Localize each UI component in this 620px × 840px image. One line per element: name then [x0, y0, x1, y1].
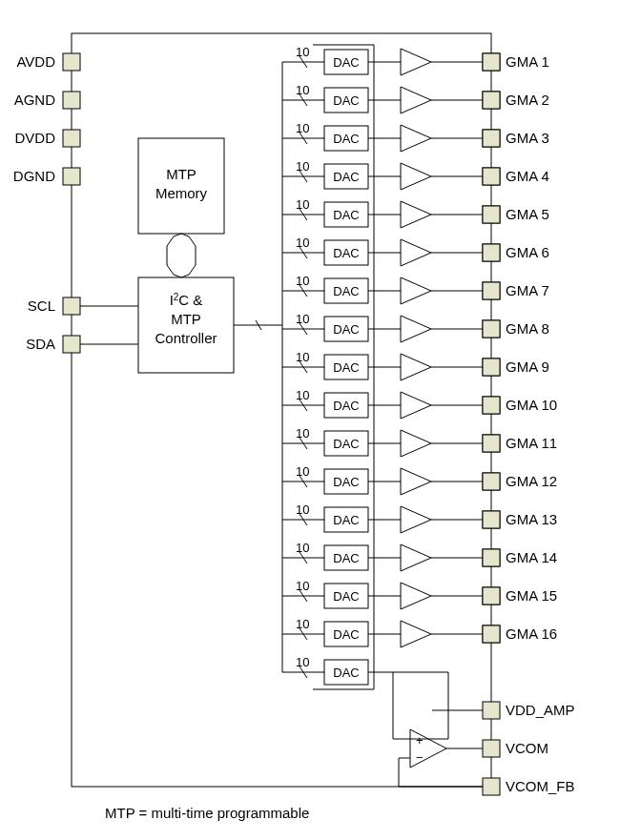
bus-width-label: 10: [296, 197, 309, 212]
buffer-amp-7: [401, 277, 431, 304]
pin-gma12: [483, 473, 500, 490]
svg-rect-3: [63, 168, 80, 185]
bus-width-label: 10: [296, 464, 309, 479]
bus-width-label: 10: [296, 426, 309, 440]
pin-label-dgnd: DGND: [13, 168, 55, 184]
pin-label-vcom_fb: VCOM_FB: [506, 778, 575, 794]
buffer-amp-2: [401, 87, 431, 113]
dac-channel-13: 10DAC: [282, 502, 500, 533]
svg-rect-6: [63, 336, 80, 353]
dac-channel-9: 10DAC: [282, 350, 500, 380]
buffer-amp-3: [401, 125, 431, 152]
dac-channel-10: 10DAC: [282, 388, 500, 419]
dac-label: DAC: [333, 475, 359, 489]
buffer-amp-9: [401, 354, 431, 380]
controller-block: I2C & MTP Controller: [138, 277, 234, 373]
dac-channel-7: 10DAC: [282, 274, 500, 304]
svg-rect-0: [63, 53, 80, 71]
buffer-amp-13: [401, 506, 431, 533]
bus-width-label: 10: [296, 45, 309, 59]
buffer-amp-8: [401, 316, 431, 342]
buffer-amp-6: [401, 239, 431, 266]
dac-channel-8: 10DAC: [282, 312, 500, 342]
dac-label: DAC: [333, 170, 359, 184]
dac-channel-3: 10DAC: [282, 121, 500, 152]
buffer-amp-14: [401, 544, 431, 571]
pin-gma8: [483, 320, 500, 338]
controller-label-line2: MTP: [171, 311, 201, 327]
buffer-amp-12: [401, 468, 431, 495]
pin-label-scl: SCL: [28, 297, 55, 314]
dac-label: DAC: [333, 551, 359, 565]
bus-width-label: 10: [296, 274, 309, 288]
pin-label-gma14: GMA 14: [506, 549, 557, 565]
svg-text:+: +: [416, 733, 424, 748]
pin-label-gma7: GMA 7: [506, 282, 549, 298]
buffer-amp-16: [401, 621, 431, 647]
pin-label-gma5: GMA 5: [506, 206, 549, 222]
dac-label: DAC: [333, 589, 359, 604]
bus-width-label: 10: [296, 617, 309, 631]
svg-rect-116: [483, 587, 500, 604]
buffer-amp-1: [401, 49, 431, 75]
pin-sda: [63, 336, 80, 353]
dac-channel-5: 10DAC: [282, 197, 500, 228]
svg-text:−: −: [416, 750, 424, 765]
svg-rect-39: [483, 168, 500, 185]
svg-rect-123: [483, 625, 500, 643]
pin-label-gma16: GMA 16: [506, 625, 557, 642]
pin-gma16: [483, 625, 500, 643]
buffer-amp-4: [401, 163, 431, 190]
pin-label-gma13: GMA 13: [506, 511, 557, 527]
dac-label: DAC: [333, 666, 359, 680]
bus-width-label: 10: [296, 502, 309, 517]
svg-rect-109: [483, 549, 500, 566]
block-diagram: AVDDAGNDDVDDDGNDSCLSDA MTP Memory I2C & …: [0, 0, 620, 840]
svg-rect-1: [63, 92, 80, 109]
svg-rect-18: [483, 53, 500, 71]
pin-label-dvdd: DVDD: [14, 130, 55, 146]
dac-label: DAC: [333, 246, 359, 260]
pin-label-gma1: GMA 1: [506, 53, 549, 70]
svg-rect-102: [483, 511, 500, 528]
bus-width-label: 10: [296, 121, 309, 135]
dac-channel-16: 10DAC: [282, 617, 500, 647]
footnote: MTP = multi-time programmable: [105, 805, 309, 821]
pin-gma1: [483, 53, 500, 71]
dac-channel-17: 10DAC: [282, 655, 368, 685]
bus-width-label: 10: [296, 312, 309, 326]
pin-label-gma2: GMA 2: [506, 92, 549, 108]
svg-rect-2: [63, 130, 80, 147]
dac-label: DAC: [333, 284, 359, 298]
buffer-amp-10: [401, 392, 431, 419]
pin-gma3: [483, 130, 500, 147]
svg-rect-25: [483, 92, 500, 109]
svg-rect-53: [483, 244, 500, 261]
pin-scl: [63, 297, 80, 315]
bus-width-label: 10: [296, 83, 309, 97]
svg-rect-4: [63, 297, 80, 315]
bus-width-label: 10: [296, 236, 309, 250]
dac-label: DAC: [333, 208, 359, 222]
dac-channel-4: 10DAC: [282, 159, 500, 190]
bus-width-label: 10: [296, 655, 309, 669]
pin-label-gma9: GMA 9: [506, 359, 549, 375]
mtp-memory-block: MTP Memory: [138, 138, 224, 234]
bus-width-label: 10: [296, 579, 309, 593]
pin-dgnd: [63, 168, 80, 185]
dac-label: DAC: [333, 399, 359, 413]
buffer-amp-11: [401, 430, 431, 457]
pin-label-gma6: GMA 6: [506, 244, 549, 260]
pin-avdd: [63, 53, 80, 71]
pin-label-sda: SDA: [26, 336, 55, 352]
dac-label: DAC: [333, 437, 359, 451]
pin-label-gma10: GMA 10: [506, 397, 557, 413]
dac-channel-6: 10DAC: [282, 236, 500, 266]
pin-gma9: [483, 359, 500, 376]
bus-width-label: 10: [296, 541, 309, 555]
dac-label: DAC: [333, 360, 359, 375]
pin-gma13: [483, 511, 500, 528]
pin-label-gma15: GMA 15: [506, 587, 557, 604]
svg-rect-95: [483, 473, 500, 490]
pin-gma15: [483, 587, 500, 604]
